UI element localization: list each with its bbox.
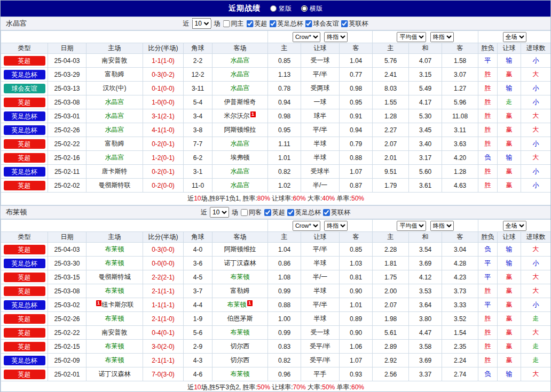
odds-handicap-cell: 半球 bbox=[301, 137, 340, 151]
scope-select[interactable]: 全场 bbox=[503, 221, 526, 231]
handicap-result-cell: 赢 bbox=[498, 298, 521, 312]
corner-cell: 5-4 bbox=[184, 95, 212, 109]
goals-result-cell: 小 bbox=[521, 179, 551, 193]
home-team-name: 布莱顿 bbox=[105, 287, 124, 294]
handicap-result-cell: 输 bbox=[498, 82, 521, 95]
red-card-count: 1 bbox=[250, 111, 256, 117]
odds-time-select[interactable]: 终指 bbox=[324, 221, 348, 231]
venue-filter-checkbox[interactable] bbox=[241, 209, 248, 216]
col-avg-home: 主 bbox=[373, 232, 409, 243]
layout-radio-horizontal[interactable]: 横版 bbox=[301, 4, 322, 13]
odds-handicap-cell: 受两球 bbox=[301, 82, 340, 95]
outcome-cell: 胜 bbox=[478, 354, 498, 367]
home-team-cell: 唐卡斯特 bbox=[86, 165, 143, 179]
league-filter-checkbox[interactable] bbox=[287, 209, 294, 216]
venue-filter-checkbox[interactable] bbox=[223, 20, 230, 27]
league-filter[interactable]: 英超 bbox=[264, 208, 285, 217]
venue-filter-label: 同客 bbox=[249, 208, 262, 217]
avg-source-select[interactable]: 平均值 bbox=[397, 221, 426, 231]
league-filter-checkbox[interactable] bbox=[264, 209, 271, 216]
odds-source-select[interactable]: Crow* bbox=[293, 32, 320, 42]
match-row: 英超25-04-03南安普敦1-1(1-0)2-2水晶宫0.85受一球1.045… bbox=[1, 54, 551, 68]
type-cell: 英足总杯 bbox=[1, 257, 48, 270]
league-filter-checkbox[interactable] bbox=[270, 20, 277, 27]
home-team-cell: 布莱顿 bbox=[86, 243, 143, 257]
home-team-cell: 诺丁汉森林 bbox=[86, 367, 143, 381]
league-filter[interactable]: 英足总杯 bbox=[287, 208, 321, 217]
odds-handicap-cell: 半球 bbox=[301, 151, 340, 165]
odds-away-cell: 0.90 bbox=[340, 326, 373, 340]
horizontal-radio[interactable] bbox=[301, 5, 308, 12]
odds-home-cell: 0.83 bbox=[268, 340, 301, 354]
home-team-cell: 南安普敦 bbox=[86, 326, 143, 340]
layout-radio-vertical[interactable]: 竖版 bbox=[270, 4, 292, 13]
score-cell: 7-0(3-0) bbox=[143, 367, 184, 381]
col-goals: 进球数 bbox=[521, 232, 551, 243]
league-badge: 英足总杯 bbox=[4, 356, 45, 365]
handicap-result-cell: 输 bbox=[498, 367, 521, 381]
summary-stat-value: 60% bbox=[351, 383, 364, 391]
league-filter-checkbox[interactable] bbox=[341, 20, 348, 27]
odds-handicap-cell: 平/半 bbox=[301, 298, 340, 312]
odds-home-cell: 0.99 bbox=[268, 326, 301, 340]
match-row: 英超25-02-15布莱顿3-0(2-0)2-9切尔西0.83受平/半1.062… bbox=[1, 340, 551, 354]
score-cell: 4-1(1-0) bbox=[143, 123, 184, 137]
date-cell: 25-02-26 bbox=[48, 312, 86, 326]
col-score: 比分(半场) bbox=[143, 232, 184, 243]
league-filter[interactable]: 英联杯 bbox=[341, 19, 368, 28]
odds-away-cell: 1.07 bbox=[340, 354, 373, 367]
near-label: 近 bbox=[183, 19, 190, 28]
red-card-count: 1 bbox=[96, 300, 101, 306]
home-team-name: 纽卡斯尔联 bbox=[102, 301, 134, 308]
odds-home-cell: 0.98 bbox=[268, 109, 301, 123]
col-date: 日期 bbox=[48, 232, 86, 243]
match-count-select[interactable]: 10 bbox=[192, 18, 211, 29]
venue-filter[interactable]: 同客 bbox=[241, 208, 262, 217]
away-team-cell: 米尔沃尔1 bbox=[212, 109, 268, 123]
match-count-select[interactable]: 10 bbox=[210, 207, 229, 218]
league-filter[interactable]: 英联杯 bbox=[323, 208, 350, 217]
goals-result-cell: 走 bbox=[521, 354, 551, 367]
scope-select[interactable]: 全场 bbox=[503, 32, 526, 42]
odds-handicap-cell: 受一球 bbox=[301, 326, 340, 340]
match-row: 英足总杯25-03-01水晶宫3-1(2-1)3-4米尔沃尔10.98球半0.9… bbox=[1, 109, 551, 123]
score-cell: 0-2(0-1) bbox=[143, 165, 184, 179]
col-date: 日期 bbox=[48, 43, 86, 54]
type-cell: 英足总杯 bbox=[1, 165, 48, 179]
home-team-name: 布莱顿 bbox=[105, 259, 124, 267]
summary-text-part: 大率: bbox=[306, 383, 322, 391]
avg-home-cell: 2.01 bbox=[373, 151, 409, 165]
avg-draw-cell: 3.53 bbox=[409, 284, 442, 298]
avg-time-select[interactable]: 终指 bbox=[430, 32, 454, 42]
league-filter-checkbox[interactable] bbox=[247, 20, 254, 27]
odds-handicap-cell: 半球 bbox=[301, 284, 340, 298]
handicap-result-cell: 赢 bbox=[498, 68, 521, 82]
match-row: 英超25-02-16水晶宫1-2(0-1)6-2埃弗顿1.01半球0.882.0… bbox=[1, 151, 551, 165]
league-filter-checkbox[interactable] bbox=[323, 209, 330, 216]
vertical-radio[interactable] bbox=[270, 5, 277, 12]
odds-source-select[interactable]: Crow* bbox=[293, 221, 320, 231]
league-filter[interactable]: 英超 bbox=[247, 19, 267, 28]
avg-odds-group: 平均值 终指 bbox=[373, 31, 478, 43]
type-cell: 英足总杯 bbox=[1, 123, 48, 137]
match-row: 英超25-02-22富勒姆0-2(0-1)7-7水晶宫1.11半球0.792.0… bbox=[1, 137, 551, 151]
col-home: 主场 bbox=[86, 43, 143, 54]
avg-home-cell: 2.92 bbox=[373, 354, 409, 367]
outcome-cell: 胜 bbox=[478, 137, 498, 151]
league-badge: 英足总杯 bbox=[4, 259, 45, 268]
league-filter[interactable]: 英足总杯 bbox=[270, 19, 303, 28]
outcome-cell: 胜 bbox=[478, 109, 498, 123]
avg-source-select[interactable]: 平均值 bbox=[397, 32, 426, 42]
league-filter[interactable]: 球会友谊 bbox=[305, 19, 339, 28]
avg-away-cell: 4.63 bbox=[442, 179, 478, 193]
col-away: 客场 bbox=[212, 232, 268, 243]
venue-filter[interactable]: 同主 bbox=[223, 19, 244, 28]
home-team-cell: 布莱顿 bbox=[86, 257, 143, 270]
away-team-cell: 切尔西 bbox=[212, 354, 268, 367]
avg-draw-cell: 3.64 bbox=[409, 298, 442, 312]
odds-time-select[interactable]: 终指 bbox=[324, 32, 348, 42]
league-filter-checkbox[interactable] bbox=[305, 20, 312, 27]
odds-home-cell: 1.11 bbox=[268, 137, 301, 151]
red-card-count: 1 bbox=[247, 300, 253, 306]
avg-time-select[interactable]: 终指 bbox=[430, 221, 454, 231]
